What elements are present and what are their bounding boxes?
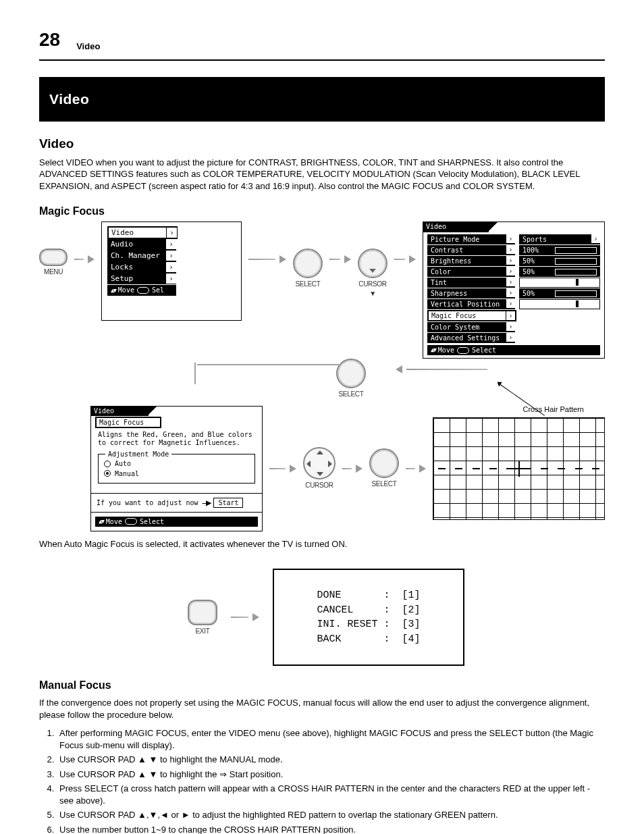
menu-item-ch-manager[interactable]: Ch. Manager› [107, 250, 176, 261]
list-item: Press SELECT (a cross hatch pattern will… [57, 783, 605, 806]
vm-contrast[interactable]: Contrast› [427, 245, 515, 255]
chevron-right-icon: › [506, 311, 516, 321]
mf-start-row: If you want to adjust now —▶ Start [91, 493, 262, 513]
page-header: 28 Video [39, 27, 605, 53]
exit-button[interactable]: EXIT [188, 600, 217, 636]
section-heading-video: Video [39, 135, 605, 153]
vm-color-system[interactable]: Color System› [427, 322, 515, 332]
vm-color-value: 50% [519, 267, 600, 277]
chevron-right-icon: › [591, 234, 600, 243]
cursor-pad-label: CURSOR [305, 481, 333, 490]
mf-tab-video: Video [90, 406, 149, 416]
up-down-icon: ▲▼ [99, 517, 103, 525]
vm-magic-focus[interactable]: Magic Focus› [427, 310, 516, 321]
vm-tint-value [519, 278, 600, 288]
arrow-down-icon [194, 364, 196, 384]
dpad-icon [303, 447, 336, 479]
cursor-down-icon [358, 249, 387, 278]
select-button[interactable]: SELECT [293, 249, 323, 289]
arrow-right-icon [248, 255, 286, 263]
menu-button-label: MENU [44, 267, 63, 277]
osd-video-menu: Video Picture Mode›Sports› Contrast›100%… [423, 221, 605, 359]
arrow-right-icon [394, 255, 416, 263]
vm-sharpness[interactable]: Sharpness› [427, 288, 515, 298]
vm-vertical-position[interactable]: Vertical Position› [427, 299, 515, 309]
flow-row-bottom: Video Magic Focus Aligns the Red, Green,… [90, 406, 605, 531]
menu-item-locks[interactable]: Locks› [107, 261, 176, 273]
chevron-right-icon: › [506, 278, 515, 286]
radio-auto[interactable]: Auto [104, 459, 249, 469]
list-item: Use the number button 1~9 to change the … [57, 824, 605, 834]
arrow-right-icon [231, 613, 259, 621]
select-icon [369, 448, 399, 478]
select-button-label: SELECT [371, 479, 396, 489]
vm-tint[interactable]: Tint› [427, 278, 515, 288]
vm-picture-mode[interactable]: Picture Mode› [427, 234, 515, 244]
arrow-right-icon [269, 465, 296, 473]
section-heading-magic-focus: Magic Focus [39, 204, 605, 219]
radio-manual[interactable]: Manual [104, 469, 249, 479]
up-down-icon: ▲▼ [111, 286, 115, 294]
manual-intro-para: If the convergence does not properly set… [39, 697, 605, 721]
arrow-right-icon: —▶ [203, 496, 210, 509]
menu-button[interactable]: MENU [39, 249, 68, 277]
menu-item-label: Ch. Manager [111, 251, 160, 260]
radio-icon [104, 470, 111, 477]
mf-tab-magic-focus: Magic Focus [95, 417, 161, 428]
capsule-icon [137, 287, 149, 294]
arrow-left-icon [396, 365, 487, 373]
cursor-down-button-label: CURSOR ▼ [358, 280, 387, 298]
arrow-right-icon [342, 465, 363, 473]
vm-sharpness-value: 50% [519, 288, 600, 298]
menu-item-audio[interactable]: Audio› [107, 238, 176, 250]
menu-item-label: Audio [111, 240, 133, 249]
chevron-right-icon: › [165, 238, 176, 250]
crosshatch-pattern: Cross Hair Pattern [433, 417, 605, 520]
vm-brightness[interactable]: Brightness› [427, 256, 515, 266]
chevron-right-icon: › [506, 256, 515, 265]
menu-item-video[interactable]: Video› [107, 226, 178, 239]
menu-item-label: Locks [111, 263, 133, 271]
menu-item-label: Setup [111, 274, 133, 283]
vm-advanced-settings[interactable]: Advanced Settings› [427, 333, 515, 343]
arrow-right-icon [406, 465, 426, 473]
intro-para: Select VIDEO when you want to adjust the… [39, 157, 605, 192]
video-tab: Video [423, 221, 489, 232]
select-button-label: SELECT [338, 390, 363, 399]
menu-item-setup[interactable]: Setup› [107, 273, 176, 284]
page-number: 28 [39, 27, 60, 53]
arrow-right-icon [74, 255, 95, 263]
chevron-right-icon: › [506, 234, 515, 243]
list-item: Use CURSOR PAD ▲ ▼ to highlight the ⇒ St… [57, 768, 605, 781]
exit-icon [188, 600, 217, 625]
select-button[interactable]: SELECT [336, 359, 366, 399]
up-down-icon: ▲▼ [431, 346, 435, 354]
chevron-right-icon: › [506, 267, 515, 276]
divider [39, 59, 605, 61]
menu-item-label: Video [111, 228, 134, 237]
flow-row-top: MENU Video› Audio› Ch. Manager› Locks› S… [39, 221, 605, 359]
select-icon [293, 249, 323, 278]
select-icon [336, 359, 366, 388]
select-button[interactable]: SELECT [369, 448, 399, 489]
page: 28 Video Video Video Select VIDEO when y… [0, 0, 644, 834]
group-legend: Adjustment Mode [105, 450, 171, 459]
cursor-down-button[interactable]: CURSOR ▼ [358, 249, 387, 298]
steps-list: After performing MAGIC FOCUS, enter the … [39, 727, 605, 834]
vm-color[interactable]: Color› [427, 267, 515, 277]
cursor-pad-button[interactable]: CURSOR [303, 447, 336, 490]
list-item: After performing MAGIC FOCUS, enter the … [57, 727, 605, 751]
osd-help-bar: ▲▼Move Sel [107, 285, 176, 296]
chevron-right-icon: › [166, 227, 177, 238]
osd-main-menu: Video› Audio› Ch. Manager› Locks› Setup›… [101, 221, 242, 321]
magic-focus-card: Video Magic Focus Aligns the Red, Green,… [90, 406, 263, 531]
vm-brightness-value: 50% [519, 256, 600, 266]
radio-label: Auto [115, 459, 131, 469]
section-heading-manual-focus: Manual Focus [39, 678, 605, 693]
final-options-box: DONE : [1] CANCEL : [2] INI. RESET : [3]… [273, 569, 464, 666]
arrow-right-icon [329, 255, 351, 263]
chevron-right-icon: › [506, 245, 515, 254]
chevron-right-icon: › [506, 333, 515, 342]
start-button[interactable]: Start [213, 498, 243, 509]
tab-corner-icon [488, 222, 498, 232]
